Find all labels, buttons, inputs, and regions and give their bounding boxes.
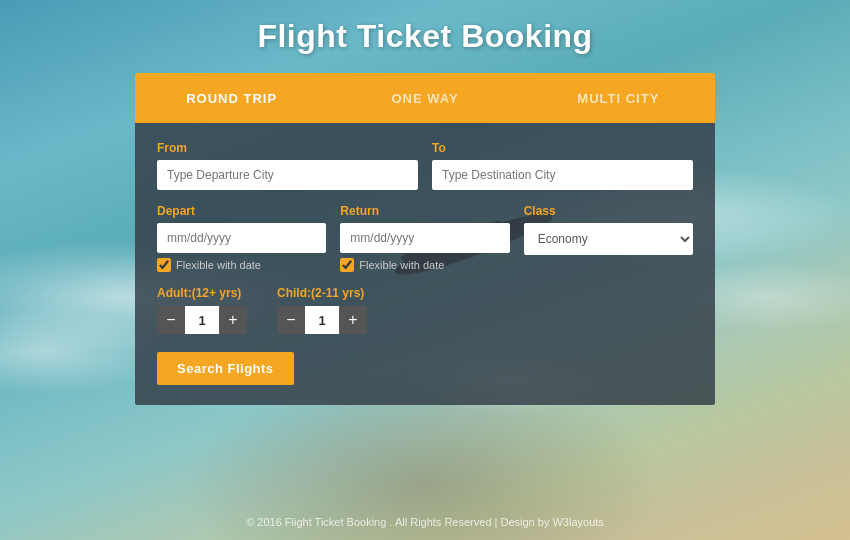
booking-form: From To Depart Flexible with date — [135, 123, 715, 405]
class-group: Class Economy Business First Class — [524, 204, 693, 272]
flexible-return-label: Flexible with date — [359, 259, 444, 271]
from-label: From — [157, 141, 418, 155]
footer-text: © 2016 Flight Ticket Booking . All Right… — [0, 516, 850, 528]
depart-group: Depart Flexible with date — [157, 204, 326, 272]
child-increment-button[interactable]: + — [339, 306, 367, 334]
child-label: Child:(2-11 yrs) — [277, 286, 367, 300]
adult-increment-button[interactable]: + — [219, 306, 247, 334]
to-label: To — [432, 141, 693, 155]
tab-round-trip[interactable]: ROUND TRIP — [135, 73, 328, 123]
flexible-depart-label: Flexible with date — [176, 259, 261, 271]
adult-label: Adult:(12+ yrs) — [157, 286, 247, 300]
from-input[interactable] — [157, 160, 418, 190]
child-counter: − 1 + — [277, 306, 367, 334]
class-label: Class — [524, 204, 693, 218]
adult-counter: − 1 + — [157, 306, 247, 334]
depart-input[interactable] — [157, 223, 326, 253]
child-decrement-button[interactable]: − — [277, 306, 305, 334]
search-flights-button[interactable]: Search Flights — [157, 352, 294, 385]
flexible-depart-checkbox[interactable] — [157, 258, 171, 272]
passenger-section: Adult:(12+ yrs) − 1 + Child:(2-11 yrs) −… — [157, 286, 693, 334]
page-title: Flight Ticket Booking — [257, 18, 592, 55]
tab-bar: ROUND TRIP ONE WAY MULTI CITY — [135, 73, 715, 123]
from-group: From — [157, 141, 418, 190]
to-group: To — [432, 141, 693, 190]
class-select[interactable]: Economy Business First Class — [524, 223, 693, 255]
adult-decrement-button[interactable]: − — [157, 306, 185, 334]
child-value: 1 — [305, 306, 339, 334]
return-label: Return — [340, 204, 509, 218]
booking-card: ROUND TRIP ONE WAY MULTI CITY From To — [135, 73, 715, 405]
child-group: Child:(2-11 yrs) − 1 + — [277, 286, 367, 334]
tab-one-way[interactable]: ONE WAY — [328, 73, 521, 123]
return-group: Return Flexible with date — [340, 204, 509, 272]
to-input[interactable] — [432, 160, 693, 190]
adult-group: Adult:(12+ yrs) − 1 + — [157, 286, 247, 334]
flexible-return-checkbox[interactable] — [340, 258, 354, 272]
return-input[interactable] — [340, 223, 509, 253]
depart-label: Depart — [157, 204, 326, 218]
adult-value: 1 — [185, 306, 219, 334]
tab-multi-city[interactable]: MULTI CITY — [522, 73, 715, 123]
